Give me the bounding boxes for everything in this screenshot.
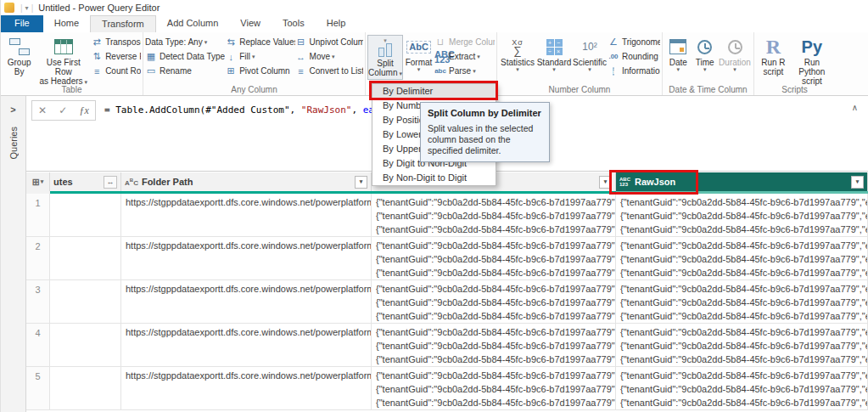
cell-attributes[interactable] bbox=[50, 324, 121, 366]
cell-folder-path[interactable]: https://stgppdataexportt.dfs.core.window… bbox=[121, 237, 372, 279]
transpose-button[interactable]: ⇄Transpose bbox=[91, 35, 141, 49]
date-button[interactable]: Date ▾ bbox=[664, 35, 692, 73]
statistics-icon: Χσ∑ bbox=[501, 36, 535, 58]
trigonometry-icon: ∠ bbox=[608, 37, 619, 48]
cell-attributes[interactable] bbox=[50, 237, 121, 279]
fill-icon: ↓ bbox=[225, 52, 237, 62]
run-python-script-button[interactable]: Py Run Python script bbox=[791, 35, 833, 87]
group-label-scripts: Scripts bbox=[754, 85, 835, 94]
move-icon: ↔ bbox=[295, 52, 307, 62]
run-r-script-button[interactable]: R Run R script bbox=[756, 35, 791, 77]
fill-button[interactable]: ↓Fill▾ bbox=[225, 49, 294, 64]
column-header-rawjson[interactable]: ABC123RawJson▾ bbox=[616, 172, 868, 191]
menu-item-by-non-digit-to-digit[interactable]: By Non-Digit to Digit bbox=[372, 171, 496, 185]
filter-caret-icon[interactable]: ▾ bbox=[599, 176, 612, 189]
extract-button[interactable]: ABC123Extract▾ bbox=[434, 49, 495, 64]
cell-folder-path[interactable]: https://stgppdataexportt.dfs.core.window… bbox=[121, 324, 372, 366]
row-number[interactable]: 1 bbox=[26, 194, 50, 236]
unpivot-columns-button[interactable]: ⊟Unpivot Columns▾ bbox=[295, 35, 363, 49]
quick-access-caret-icon[interactable]: ▾ bbox=[25, 4, 29, 12]
column-header-attributes[interactable]: utes↔ bbox=[50, 172, 121, 191]
fx-icon[interactable]: ƒx bbox=[80, 104, 89, 117]
tab-add-column[interactable]: Add Column bbox=[156, 15, 230, 32]
count-rows-button[interactable]: ≡Count Rows bbox=[91, 64, 141, 78]
cell-attributes[interactable] bbox=[50, 367, 121, 409]
time-button[interactable]: Time ▾ bbox=[692, 35, 718, 73]
tab-transform[interactable]: Transform bbox=[90, 15, 156, 32]
trigonometry-button[interactable]: ∠Trigonometry▾ bbox=[608, 35, 660, 49]
tab-tools[interactable]: Tools bbox=[272, 15, 316, 32]
filter-caret-icon[interactable]: ▾ bbox=[355, 176, 367, 189]
split-column-icon bbox=[370, 37, 400, 59]
cell-json[interactable]: {"tenantGuid":"9cb0a2dd-5b84-45fc-b9c6-b… bbox=[372, 280, 616, 323]
cell-rawjson[interactable]: {"tenantGuid":"9cb0a2dd-5b84-45fc-b9c6-b… bbox=[616, 237, 868, 279]
scientific-button[interactable]: 10² Scientific ▾ bbox=[572, 35, 608, 73]
cell-folder-path[interactable]: https://stgppdataexportt.dfs.core.window… bbox=[121, 280, 372, 323]
row-number[interactable]: 2 bbox=[26, 237, 50, 279]
select-all-button[interactable]: ⊞▾ bbox=[26, 172, 50, 191]
use-first-row-icon bbox=[37, 36, 89, 58]
rename-icon: ▭ bbox=[145, 65, 157, 76]
information-icon: i bbox=[608, 65, 619, 76]
replace-values-button[interactable]: ⇆Replace Values▾ bbox=[225, 35, 294, 49]
expand-queries-chevron-icon[interactable]: > bbox=[10, 104, 15, 115]
move-button[interactable]: ↔Move▾ bbox=[295, 49, 363, 64]
group-by-button[interactable]: Group By bbox=[3, 35, 36, 77]
information-button[interactable]: iInformation▾ bbox=[608, 64, 660, 78]
row-number[interactable]: 4 bbox=[26, 324, 50, 366]
cell-rawjson[interactable]: {"tenantGuid":"9cb0a2dd-5b84-45fc-b9c6-b… bbox=[616, 194, 868, 236]
tab-file[interactable]: File bbox=[1, 15, 43, 32]
split-column-button[interactable]: Split Column▾ bbox=[367, 35, 403, 80]
expand-column-icon[interactable]: ↔ bbox=[104, 176, 117, 189]
column-header-folder-path[interactable]: ABCFolder Path▾ bbox=[121, 172, 372, 191]
tab-help[interactable]: Help bbox=[316, 15, 357, 32]
convert-to-list-button[interactable]: ≡Convert to List bbox=[295, 64, 363, 78]
pivot-column-button[interactable]: ⊞Pivot Column bbox=[225, 64, 294, 78]
cell-folder-path[interactable]: https://stgppdataexportt.dfs.core.window… bbox=[121, 194, 372, 236]
table-row: 2 https://stgppdataexportt.dfs.core.wind… bbox=[26, 237, 868, 280]
pivot-column-icon: ⊞ bbox=[225, 65, 237, 76]
row-number[interactable]: 5 bbox=[26, 367, 50, 409]
caret-down-icon: ▾ bbox=[473, 68, 476, 75]
group-label-datetime-column: Date & Time Column bbox=[663, 85, 753, 94]
cancel-formula-icon[interactable]: ✕ bbox=[38, 104, 47, 116]
cell-folder-path[interactable]: https://stgppdataexportt.dfs.core.window… bbox=[121, 367, 372, 409]
statistics-button[interactable]: Χσ∑ Statistics ▾ bbox=[499, 35, 536, 73]
cell-json[interactable]: {"tenantGuid":"9cb0a2dd-5b84-45fc-b9c6-b… bbox=[372, 194, 616, 236]
use-first-row-as-headers-button[interactable]: Use First Row as Headers▾ bbox=[36, 35, 91, 87]
rounding-button[interactable]: .00Rounding▾ bbox=[608, 49, 660, 64]
extract-icon: ABC123 bbox=[434, 52, 446, 62]
format-icon: AbC bbox=[405, 36, 433, 58]
menu-item-by-delimiter[interactable]: By Delimiter bbox=[372, 84, 496, 99]
cell-json[interactable]: {"tenantGuid":"9cb0a2dd-5b84-45fc-b9c6-b… bbox=[372, 324, 616, 366]
parse-icon: abc bbox=[434, 67, 446, 75]
app-icon bbox=[4, 3, 14, 13]
collapse-formula-bar-icon[interactable]: ∧ bbox=[852, 103, 858, 112]
commit-formula-icon[interactable]: ✓ bbox=[59, 104, 67, 116]
parse-button[interactable]: abcParse▾ bbox=[434, 64, 495, 78]
cell-json[interactable]: {"tenantGuid":"9cb0a2dd-5b84-45fc-b9c6-b… bbox=[372, 367, 616, 409]
r-logo-icon: R bbox=[758, 36, 789, 58]
tab-home[interactable]: Home bbox=[43, 15, 90, 32]
reverse-rows-button[interactable]: ⇅Reverse Rows bbox=[91, 49, 141, 64]
queries-pane-collapsed[interactable]: > Queries bbox=[1, 96, 26, 412]
cell-rawjson[interactable]: {"tenantGuid":"9cb0a2dd-5b84-45fc-b9c6-b… bbox=[616, 367, 868, 409]
text-type-icon: ABC bbox=[125, 178, 138, 187]
row-number[interactable]: 3 bbox=[26, 280, 50, 323]
filter-caret-icon[interactable]: ▾ bbox=[851, 176, 864, 189]
caret-down-icon: ▾ bbox=[733, 67, 736, 72]
cell-rawjson[interactable]: {"tenantGuid":"9cb0a2dd-5b84-45fc-b9c6-b… bbox=[616, 280, 868, 323]
cell-json[interactable]: {"tenantGuid":"9cb0a2dd-5b84-45fc-b9c6-b… bbox=[372, 237, 616, 279]
tab-view[interactable]: View bbox=[229, 15, 272, 32]
table-row: 1 https://stgppdataexportt.dfs.core.wind… bbox=[26, 194, 868, 237]
detect-data-type-button[interactable]: ▦Detect Data Type bbox=[145, 49, 225, 64]
format-button[interactable]: AbC Format ▾ bbox=[403, 35, 434, 73]
standard-button[interactable]: +−÷× Standard ▾ bbox=[536, 35, 572, 73]
data-type-button[interactable]: Data Type: Any▾ bbox=[145, 35, 225, 49]
scientific-icon: 10² bbox=[574, 36, 606, 58]
cell-rawjson[interactable]: {"tenantGuid":"9cb0a2dd-5b84-45fc-b9c6-b… bbox=[616, 324, 868, 366]
cell-attributes[interactable] bbox=[50, 280, 121, 323]
group-by-icon bbox=[4, 36, 34, 58]
rename-button[interactable]: ▭Rename bbox=[145, 64, 225, 78]
cell-attributes[interactable] bbox=[50, 194, 121, 236]
